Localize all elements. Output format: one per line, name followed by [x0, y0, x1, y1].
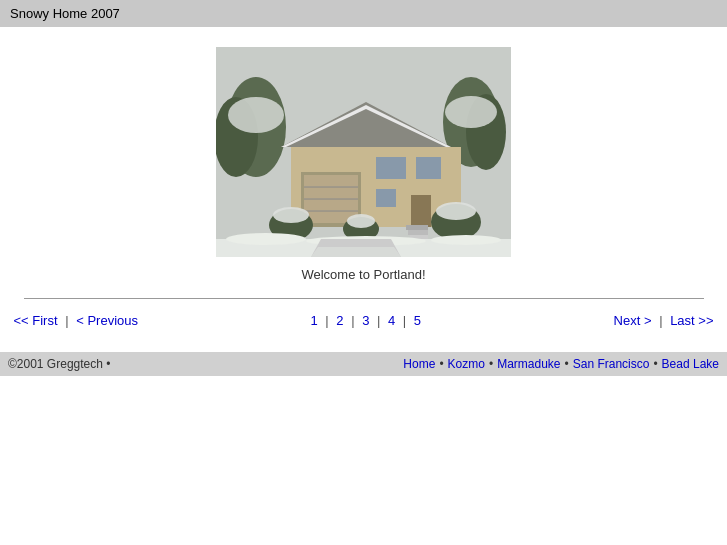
previous-link[interactable]: < Previous	[76, 313, 138, 328]
main-content: Welcome to Portland! << First | < Previo…	[0, 27, 727, 342]
svg-point-6	[445, 96, 497, 128]
footer-copyright: ©2001 Greggtech •	[8, 357, 110, 371]
svg-rect-16	[416, 157, 441, 179]
svg-marker-33	[311, 247, 401, 257]
nav-right: Next > | Last >>	[594, 313, 714, 328]
page-1-link[interactable]: 1	[310, 313, 317, 328]
pipe-2: |	[659, 313, 666, 328]
page-5-link[interactable]: 5	[414, 313, 421, 328]
footer-links: Home • Kozmo • Marmaduke • San Francisco…	[403, 357, 719, 371]
footer: ©2001 Greggtech • Home • Kozmo • Marmadu…	[0, 352, 727, 376]
title-text: Snowy Home 2007	[10, 6, 120, 21]
svg-rect-15	[376, 157, 406, 179]
svg-rect-25	[406, 225, 428, 230]
svg-rect-17	[376, 189, 396, 207]
svg-point-24	[347, 214, 375, 228]
pipe-1: |	[65, 313, 72, 328]
nav-pages: 1 | 2 | 3 | 4 | 5	[138, 313, 594, 328]
next-link[interactable]: Next >	[614, 313, 652, 328]
svg-point-5	[228, 97, 284, 133]
page-3-link[interactable]: 3	[362, 313, 369, 328]
title-bar: Snowy Home 2007	[0, 0, 727, 27]
svg-point-22	[436, 202, 476, 220]
footer-link-san-francisco[interactable]: San Francisco	[573, 357, 650, 371]
photo-caption: Welcome to Portland!	[301, 267, 425, 282]
svg-rect-18	[411, 195, 431, 227]
first-link[interactable]: << First	[14, 313, 58, 328]
footer-link-marmaduke[interactable]: Marmaduke	[497, 357, 560, 371]
footer-link-bead-lake[interactable]: Bead Lake	[662, 357, 719, 371]
page-4-link[interactable]: 4	[388, 313, 395, 328]
svg-point-20	[273, 207, 309, 223]
page-2-link[interactable]: 2	[336, 313, 343, 328]
footer-link-kozmo[interactable]: Kozmo	[448, 357, 485, 371]
nav-row: << First | < Previous 1 | 2 | 3 | 4 | 5 …	[14, 309, 714, 332]
svg-point-29	[226, 233, 306, 245]
svg-rect-26	[408, 230, 428, 235]
last-link[interactable]: Last >>	[670, 313, 713, 328]
svg-point-31	[431, 235, 501, 245]
nav-left: << First | < Previous	[14, 313, 139, 328]
divider	[24, 298, 704, 299]
footer-link-home[interactable]: Home	[403, 357, 435, 371]
photo-container	[216, 47, 511, 257]
